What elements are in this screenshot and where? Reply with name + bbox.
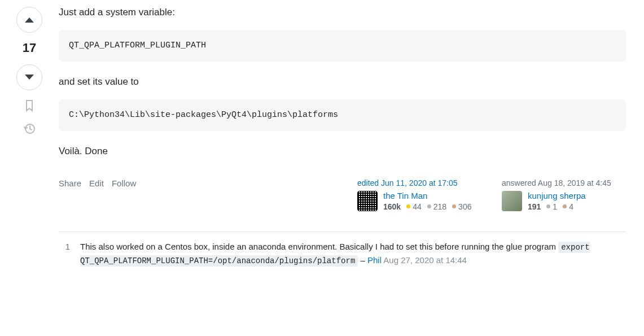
comment-timestamp[interactable]: Aug 27, 2020 at 14:44 xyxy=(383,255,467,265)
avatar[interactable] xyxy=(502,191,522,211)
answered-time: answered Aug 18, 2019 at 4:45 xyxy=(502,178,626,187)
caret-down-icon xyxy=(24,74,34,81)
gold-dot-icon xyxy=(406,204,410,208)
author-reputation: 191 xyxy=(528,202,541,211)
timeline-button[interactable] xyxy=(23,120,36,137)
silver-badges: 218 xyxy=(427,202,446,211)
editor-details: the Tin Man 160k 44 218 306 xyxy=(383,191,471,211)
bronze-dot-icon xyxy=(563,204,567,208)
editor-card: edited Jun 11, 2020 at 17:05 the Tin Man… xyxy=(357,178,481,211)
bronze-badges: 4 xyxy=(563,202,573,211)
bookmark-icon xyxy=(24,99,34,112)
author-stats: 191 1 4 xyxy=(528,202,586,211)
editor-name-link[interactable]: the Tin Man xyxy=(383,191,471,200)
upvote-button[interactable] xyxy=(16,7,42,33)
comment-user-link[interactable]: Phil xyxy=(367,255,382,265)
paragraph: Just add a system variable: xyxy=(59,5,626,20)
silver-dot-icon xyxy=(546,204,550,208)
history-icon xyxy=(23,123,36,135)
edit-link[interactable]: Edit xyxy=(89,178,104,188)
share-link[interactable]: Share xyxy=(59,178,81,188)
paragraph: and set its value to xyxy=(59,74,626,89)
answer-body: Just add a system variable: QT_QPA_PLATF… xyxy=(59,5,626,268)
edited-link[interactable]: edited Jun 11, 2020 at 17:05 xyxy=(357,178,458,187)
edited-time: edited Jun 11, 2020 at 17:05 xyxy=(357,178,481,187)
post-footer: Share Edit Follow edited Jun 11, 2020 at… xyxy=(59,178,626,211)
author-card: answered Aug 18, 2019 at 4:45 kunjung sh… xyxy=(502,178,626,211)
editor-reputation: 160k xyxy=(383,202,401,211)
gold-badges: 44 xyxy=(406,202,422,211)
bookmark-button[interactable] xyxy=(24,97,34,114)
paragraph: Voilà. Done xyxy=(59,143,626,159)
post-menu: Share Edit Follow xyxy=(59,178,136,188)
caret-up-icon xyxy=(24,16,34,23)
author-details: kunjung sherpa 191 1 4 xyxy=(528,191,586,211)
bronze-dot-icon xyxy=(452,204,456,208)
signature-block: edited Jun 11, 2020 at 17:05 the Tin Man… xyxy=(357,178,626,211)
code-block: C:\Python34\Lib\site-packages\PyQt4\plug… xyxy=(59,99,626,131)
comment-text: This also worked on a Centos box, inside… xyxy=(80,242,558,251)
comment-body: This also worked on a Centos box, inside… xyxy=(80,240,626,268)
editor-stats: 160k 44 218 306 xyxy=(383,202,471,211)
bronze-badges: 306 xyxy=(452,202,471,211)
code-block: QT_QPA_PLATFORM_PLUGIN_PATH xyxy=(59,30,626,62)
answer-container: 17 Just add a system variable: QT_QPA_PL… xyxy=(14,5,626,268)
comment: 1 This also worked on a Centos box, insi… xyxy=(59,240,626,268)
vote-column: 17 xyxy=(14,5,45,268)
comment-score: 1 xyxy=(59,240,70,268)
post-content: Just add a system variable: QT_QPA_PLATF… xyxy=(59,5,626,159)
vote-score: 17 xyxy=(23,40,36,58)
avatar[interactable] xyxy=(357,191,378,211)
silver-badges: 1 xyxy=(546,202,557,211)
comments-section: 1 This also worked on a Centos box, insi… xyxy=(59,232,626,268)
silver-dot-icon xyxy=(427,204,431,208)
author-name-link[interactable]: kunjung sherpa xyxy=(528,191,586,200)
downvote-button[interactable] xyxy=(16,64,42,90)
follow-link[interactable]: Follow xyxy=(112,178,136,188)
